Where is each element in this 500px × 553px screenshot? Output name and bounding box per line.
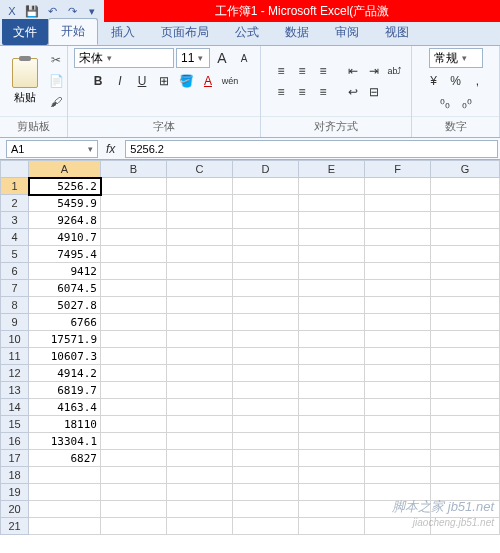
cell[interactable] (299, 280, 365, 297)
cell[interactable] (233, 297, 299, 314)
cell[interactable] (365, 416, 431, 433)
row-header[interactable]: 6 (1, 263, 29, 280)
cell[interactable] (431, 518, 500, 535)
col-header-B[interactable]: B (101, 161, 167, 178)
percent-icon[interactable]: % (446, 71, 466, 91)
cell[interactable] (167, 467, 233, 484)
cell[interactable] (101, 501, 167, 518)
cell[interactable] (431, 399, 500, 416)
row-header[interactable]: 18 (1, 467, 29, 484)
cell[interactable] (233, 518, 299, 535)
cell[interactable] (101, 450, 167, 467)
cell[interactable] (101, 263, 167, 280)
font-color-icon[interactable]: A (198, 71, 218, 91)
cell[interactable] (29, 501, 101, 518)
cell[interactable]: 5459.9 (29, 195, 101, 212)
italic-button[interactable]: I (110, 71, 130, 91)
cell[interactable] (29, 484, 101, 501)
cell[interactable] (365, 467, 431, 484)
row-header[interactable]: 2 (1, 195, 29, 212)
cell[interactable] (365, 212, 431, 229)
currency-icon[interactable]: ¥ (424, 71, 444, 91)
cell[interactable] (299, 467, 365, 484)
cell[interactable] (299, 416, 365, 433)
col-header-G[interactable]: G (431, 161, 500, 178)
cell[interactable] (101, 195, 167, 212)
tab-file[interactable]: 文件 (2, 19, 48, 45)
cell[interactable] (365, 246, 431, 263)
cell[interactable] (365, 297, 431, 314)
number-format-combo[interactable]: 常规 (429, 48, 483, 68)
cell[interactable] (167, 246, 233, 263)
cell[interactable] (167, 365, 233, 382)
cell[interactable] (299, 195, 365, 212)
row-header[interactable]: 8 (1, 297, 29, 314)
row-header[interactable]: 10 (1, 331, 29, 348)
fx-icon[interactable]: fx (106, 142, 115, 156)
cell[interactable] (365, 433, 431, 450)
cell[interactable]: 4910.7 (29, 229, 101, 246)
tab-review[interactable]: 审阅 (322, 19, 372, 45)
cell[interactable] (233, 501, 299, 518)
cell[interactable] (233, 399, 299, 416)
cell[interactable] (101, 365, 167, 382)
col-header-F[interactable]: F (365, 161, 431, 178)
cell[interactable] (431, 484, 500, 501)
cell[interactable] (431, 433, 500, 450)
merge-center-icon[interactable]: ⊟ (364, 82, 384, 102)
cell[interactable] (299, 399, 365, 416)
font-name-combo[interactable]: 宋体 (74, 48, 174, 68)
cell[interactable] (167, 297, 233, 314)
fill-color-icon[interactable]: 🪣 (176, 71, 196, 91)
cell[interactable] (365, 229, 431, 246)
tab-home[interactable]: 开始 (48, 18, 98, 45)
cell[interactable]: 5256.2 (29, 178, 101, 195)
cell[interactable] (299, 365, 365, 382)
cell[interactable] (365, 365, 431, 382)
cell[interactable] (101, 484, 167, 501)
cell[interactable] (101, 178, 167, 195)
cell[interactable] (101, 246, 167, 263)
cell[interactable] (365, 195, 431, 212)
cell[interactable]: 6827 (29, 450, 101, 467)
cell[interactable]: 9412 (29, 263, 101, 280)
cell[interactable] (233, 348, 299, 365)
cell[interactable] (233, 416, 299, 433)
cell[interactable] (365, 450, 431, 467)
cell[interactable] (299, 348, 365, 365)
cell[interactable]: 7495.4 (29, 246, 101, 263)
copy-icon[interactable]: 📄 (46, 72, 66, 90)
cell[interactable] (233, 382, 299, 399)
tab-data[interactable]: 数据 (272, 19, 322, 45)
cell[interactable] (365, 399, 431, 416)
row-header[interactable]: 4 (1, 229, 29, 246)
cell[interactable] (299, 212, 365, 229)
cell[interactable] (233, 280, 299, 297)
row-header[interactable]: 16 (1, 433, 29, 450)
cell[interactable] (101, 518, 167, 535)
cell[interactable] (233, 229, 299, 246)
cell[interactable] (167, 450, 233, 467)
row-header[interactable]: 7 (1, 280, 29, 297)
cell[interactable] (101, 416, 167, 433)
cell[interactable] (431, 416, 500, 433)
cell[interactable]: 6766 (29, 314, 101, 331)
cell[interactable] (299, 178, 365, 195)
font-size-combo[interactable]: 11 (176, 48, 210, 68)
cell[interactable] (101, 399, 167, 416)
cell[interactable] (233, 433, 299, 450)
cell[interactable] (299, 501, 365, 518)
cell[interactable] (431, 297, 500, 314)
name-box[interactable]: A1 (6, 140, 98, 158)
align-bottom-left-icon[interactable]: ≡ (271, 82, 291, 102)
cell[interactable] (431, 195, 500, 212)
row-header[interactable]: 1 (1, 178, 29, 195)
cell[interactable]: 5027.8 (29, 297, 101, 314)
row-header[interactable]: 21 (1, 518, 29, 535)
cell[interactable] (167, 280, 233, 297)
border-icon[interactable]: ⊞ (154, 71, 174, 91)
cell[interactable]: 17571.9 (29, 331, 101, 348)
cell[interactable] (233, 365, 299, 382)
cell[interactable] (233, 484, 299, 501)
cell[interactable] (167, 416, 233, 433)
